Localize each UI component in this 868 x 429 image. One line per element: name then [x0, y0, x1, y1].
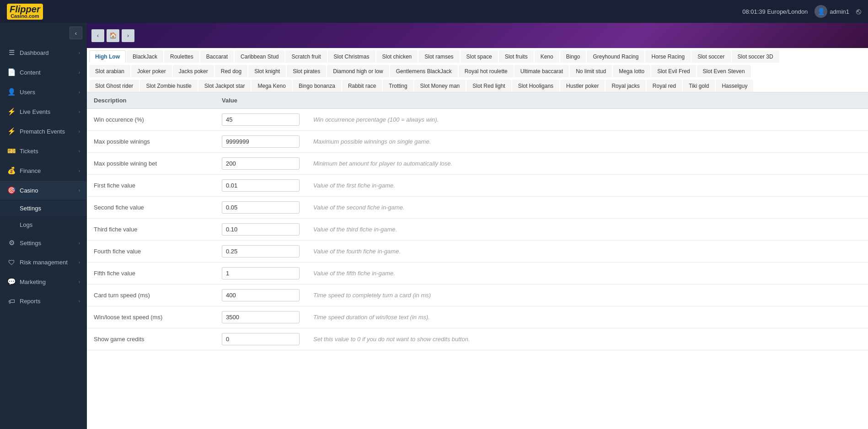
tab-slot-space[interactable]: Slot space — [461, 50, 498, 63]
sidebar-item-tickets[interactable]: 🎫 Tickets › — [0, 141, 87, 161]
input-max-possible-winnings[interactable] — [222, 135, 300, 148]
sidebar-sub-item-settings[interactable]: Settings — [0, 200, 87, 217]
chevron-right-icon: › — [79, 90, 80, 95]
tab-slot-money-man[interactable]: Slot Money man — [414, 80, 466, 92]
row-description-fourth-fiche: Fourth fiche value — [87, 241, 215, 263]
tab-roulettes[interactable]: Roulettes — [164, 50, 199, 63]
tab-hustler-poker[interactable]: Hustler poker — [560, 80, 605, 92]
tab-slot-fruits[interactable]: Slot fruits — [499, 50, 534, 63]
forward-button[interactable]: › — [122, 29, 134, 42]
tab-slot-evil-fred[interactable]: Slot Evil Fred — [651, 65, 696, 77]
tab-gentlemens-blackjack[interactable]: Gentlemens BlackJack — [390, 65, 458, 77]
col-description: Description — [87, 92, 215, 109]
sidebar-item-live-events[interactable]: ⚡ Live Events › — [0, 102, 87, 122]
tab-slot-hooligans[interactable]: Slot Hooligans — [512, 80, 559, 92]
tab-slot-knight[interactable]: Slot knight — [248, 65, 286, 77]
input-fourth-fiche[interactable] — [222, 245, 300, 257]
tab-trotting[interactable]: Trotting — [383, 80, 413, 92]
row-description-first-fiche: First fiche value — [87, 175, 215, 197]
input-fifth-fiche[interactable] — [222, 267, 300, 279]
table-row: Show game creditsSet this value to 0 if … — [87, 328, 868, 350]
table-row: Max possible winingsMaximum possible win… — [87, 131, 868, 153]
sidebar-item-casino[interactable]: 🎯 Casino › — [0, 181, 87, 200]
tab-caribbean-stud[interactable]: Caribbean Stud — [235, 50, 284, 63]
sidebar-item-dashboard[interactable]: ☰ Dashboard › — [0, 43, 87, 63]
tab-red-dog[interactable]: Red dog — [215, 65, 247, 77]
tab-bingo-bonanza[interactable]: Bingo bonanza — [293, 80, 341, 92]
row-hint-third-fiche: Value of the third fiche in-game. — [306, 219, 868, 241]
tab-mega-keno[interactable]: Mega Keno — [252, 80, 291, 92]
tab-royal-jacks[interactable]: Royal jacks — [605, 80, 645, 92]
tab-slot-soccer[interactable]: Slot soccer — [691, 50, 730, 63]
tab-horse-racing[interactable]: Horse Racing — [645, 50, 691, 63]
tab-keno[interactable]: Keno — [535, 50, 559, 63]
sidebar-item-content[interactable]: 📄 Content › — [0, 63, 87, 82]
tab-high-low[interactable]: High Low — [89, 50, 126, 63]
input-first-fiche[interactable] — [222, 179, 300, 192]
hero-banner: ‹ 🏠 › — [87, 23, 868, 48]
sidebar-collapse-button[interactable]: ‹ — [70, 27, 82, 39]
tab-slot-ghost-rider[interactable]: Slot Ghost rider — [89, 80, 139, 92]
row-description-fifth-fiche: Fifth fiche value — [87, 263, 215, 284]
home-button[interactable]: 🏠 — [107, 29, 119, 42]
tab-slot-ramses[interactable]: Slot ramses — [418, 50, 459, 63]
row-description-show-game-credits: Show game credits — [87, 328, 215, 350]
tab-slot-even-steven[interactable]: Slot Even Steven — [697, 65, 751, 77]
sidebar-item-label: Casino — [20, 187, 79, 194]
chevron-right-icon: › — [79, 129, 80, 134]
sidebar-sub-item-logs[interactable]: Logs — [0, 217, 87, 233]
tab-jacks-poker[interactable]: Jacks poker — [173, 65, 214, 77]
tab-slot-christmas[interactable]: Slot Christmas — [328, 50, 375, 63]
input-card-turn-speed[interactable] — [222, 289, 300, 301]
col-hint — [306, 92, 868, 109]
tab-scratch-fruit[interactable]: Scratch fruit — [285, 50, 327, 63]
tab-royal-red[interactable]: Royal red — [647, 80, 682, 92]
tab-diamond-high-or-low[interactable]: Diamond high or low — [327, 65, 389, 77]
sidebar-item-reports[interactable]: 🏷 Reports › — [0, 292, 87, 311]
tab-ultimate-baccarat[interactable]: Ultimate baccarat — [514, 65, 569, 77]
input-max-possible-wining-bet[interactable] — [222, 157, 300, 170]
sidebar-item-risk-management[interactable]: 🛡 Risk management › — [0, 253, 87, 272]
tab-joker-poker[interactable]: Joker poker — [131, 65, 172, 77]
tickets-icon: 🎫 — [7, 147, 16, 155]
tab-hasselguy[interactable]: Hasselguy — [716, 80, 753, 92]
tab-slot-red-light[interactable]: Slot Red light — [466, 80, 511, 92]
sidebar-item-marketing[interactable]: 💬 Marketing › — [0, 272, 87, 292]
sidebar-item-prematch-events[interactable]: ⚡ Prematch Events › — [0, 122, 87, 141]
input-win-occurrence[interactable] — [222, 113, 300, 126]
input-third-fiche[interactable] — [222, 223, 300, 236]
row-hint-win-occurrence: Win occurrence percentage (100 = always … — [306, 109, 868, 131]
tab-blackjack[interactable]: BlackJack — [127, 50, 163, 63]
chevron-right-icon: › — [79, 109, 80, 114]
sidebar-item-label: Marketing — [20, 279, 79, 285]
input-show-game-credits[interactable] — [222, 333, 300, 345]
tab-mega-lotto[interactable]: Mega lotto — [613, 65, 650, 77]
tab-rabbit-race[interactable]: Rabbit race — [342, 80, 382, 92]
col-value: Value — [215, 92, 306, 109]
sidebar-item-finance[interactable]: 💰 Finance › — [0, 161, 87, 181]
row-value-cell-winloose-text-speed — [215, 306, 306, 328]
tab-bingo[interactable]: Bingo — [560, 50, 586, 63]
tab-slot-pirates[interactable]: Slot pirates — [287, 65, 326, 77]
tab-tiki-gold[interactable]: Tiki gold — [683, 80, 715, 92]
row-hint-fifth-fiche: Value of the fifth fiche in-game. — [306, 263, 868, 284]
sidebar-item-settings[interactable]: ⚙ Settings › — [0, 233, 87, 253]
tab-no-limit-stud[interactable]: No limit stud — [570, 65, 612, 77]
tab-slot-chicken[interactable]: Slot chicken — [376, 50, 418, 63]
tab-slot-jackpot-star[interactable]: Slot Jackpot star — [198, 80, 251, 92]
tab-slot-zombie-hustle[interactable]: Slot Zombie hustle — [140, 80, 197, 92]
tab-royal-hot-roulette[interactable]: Royal hot roulette — [459, 65, 514, 77]
input-second-fiche[interactable] — [222, 201, 300, 214]
row-description-max-possible-winnings: Max possible winings — [87, 131, 215, 153]
back-button[interactable]: ‹ — [91, 29, 104, 42]
tab-greyhound-racing[interactable]: Greyhound Racing — [587, 50, 644, 63]
sidebar-item-label: Risk management — [20, 259, 79, 266]
tab-baccarat[interactable]: Baccarat — [200, 50, 234, 63]
username: admin1 — [830, 8, 849, 15]
row-description-max-possible-wining-bet: Max possible wining bet — [87, 153, 215, 175]
sidebar-item-users[interactable]: 👤 Users › — [0, 82, 87, 102]
logout-icon[interactable]: ⎋ — [856, 7, 861, 16]
input-winloose-text-speed[interactable] — [222, 311, 300, 323]
tab-slot-soccer-3d[interactable]: Slot soccer 3D — [732, 50, 779, 63]
tab-slot-arabian[interactable]: Slot arabian — [89, 65, 130, 77]
